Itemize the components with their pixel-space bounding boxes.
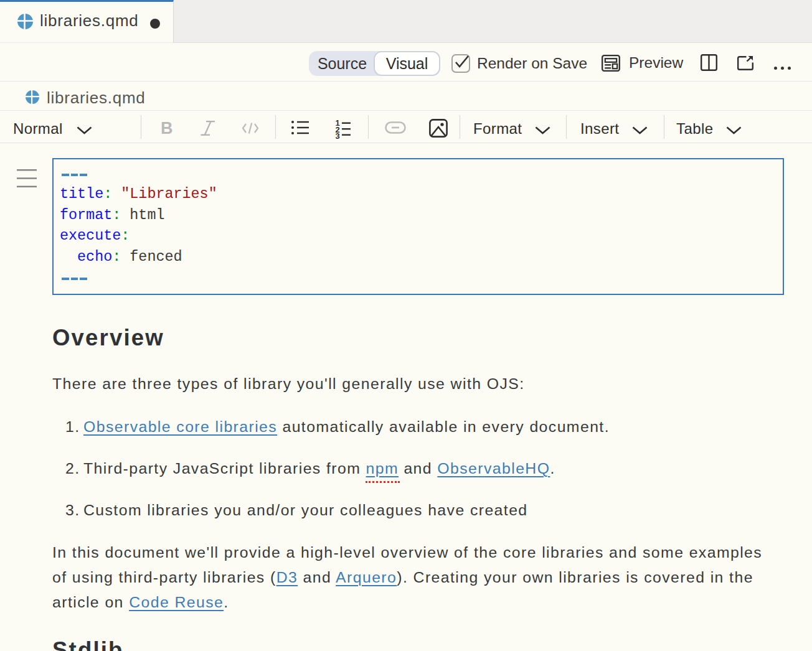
svg-text:3: 3 [335,131,339,139]
